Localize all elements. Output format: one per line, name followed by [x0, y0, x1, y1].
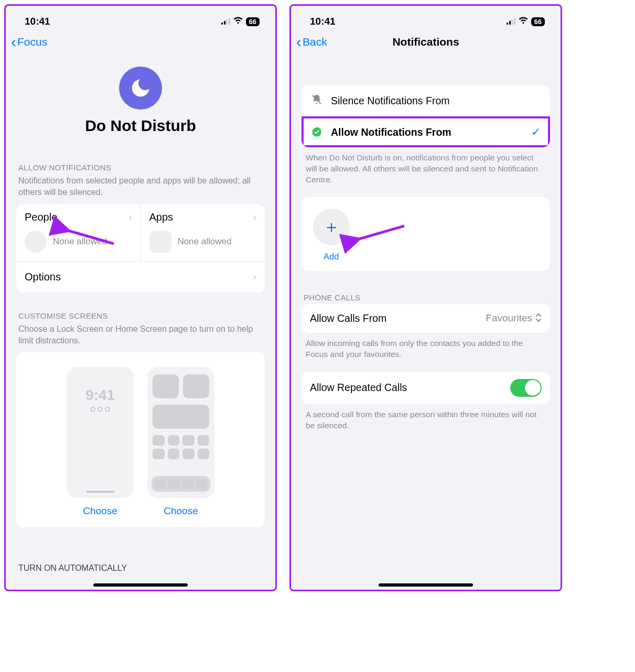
add-card: ＋ Add: [302, 197, 550, 271]
repeated-toggle[interactable]: [510, 379, 542, 397]
apps-status: None allowed: [178, 236, 232, 247]
allow-calls-row[interactable]: Allow Calls From Favourites: [302, 304, 550, 333]
back-button[interactable]: Focus: [17, 36, 47, 48]
back-chevron-icon[interactable]: ‹: [296, 34, 302, 50]
choose-lock-screen-button[interactable]: Choose: [83, 505, 117, 517]
battery-icon: 66: [531, 17, 545, 26]
mock-dots-icon: [72, 405, 128, 414]
status-time: 10:41: [310, 16, 336, 27]
chevron-right-icon: ›: [253, 212, 256, 223]
customise-header: CUSTOMISE SCREENS: [16, 299, 265, 322]
status-indicators: 66: [507, 17, 545, 26]
mode-card: Silence Notifications From Allow Notific…: [302, 85, 550, 147]
apps-cell[interactable]: Apps › None allowed: [141, 204, 265, 261]
allow-calls-card: Allow Calls From Favourites: [302, 304, 550, 333]
customise-desc: Choose a Lock Screen or Home Screen page…: [16, 322, 265, 352]
cellular-icon: [221, 18, 230, 25]
hero: Do Not Disturb: [6, 57, 275, 150]
back-chevron-icon[interactable]: ‹: [11, 34, 16, 50]
mock-time: 9:41: [72, 387, 128, 404]
options-row[interactable]: Options ›: [16, 262, 265, 292]
back-button[interactable]: Back: [303, 36, 327, 48]
allow-calls-value: Favourites: [486, 312, 532, 324]
checkmark-icon: ✓: [531, 125, 541, 139]
wifi-icon: [233, 17, 243, 26]
repeated-desc: A second call from the same person withi…: [302, 404, 550, 431]
home-indicator[interactable]: [379, 583, 473, 587]
silence-label: Silence Notifications From: [331, 95, 450, 107]
apps-label: Apps: [149, 211, 174, 223]
repeated-calls-card: Allow Repeated Calls: [302, 372, 550, 404]
repeated-calls-row: Allow Repeated Calls: [302, 372, 550, 404]
home-screen-column: Choose: [147, 367, 214, 517]
phone-right: 10:41 66 ‹ Back Notifications Silence No…: [289, 4, 562, 591]
chevron-right-icon: ›: [129, 212, 132, 223]
add-label[interactable]: Add: [324, 252, 539, 262]
screens-card: 9:41 Choose Choose: [16, 352, 265, 527]
battery-icon: 66: [246, 17, 260, 26]
moon-icon: [119, 67, 162, 110]
status-bar: 10:41 66: [291, 6, 561, 32]
phone-calls-header: PHONE CALLS: [302, 280, 550, 304]
people-cell[interactable]: People › None allowed: [16, 204, 141, 261]
home-indicator[interactable]: [93, 583, 188, 587]
people-status: None allowed: [53, 236, 107, 247]
allow-calls-label: Allow Calls From: [310, 312, 386, 324]
status-indicators: 66: [221, 17, 260, 26]
lock-screen-column: 9:41 Choose: [67, 367, 134, 517]
choose-home-screen-button[interactable]: Choose: [164, 505, 198, 517]
nav-bar: ‹ Focus: [6, 32, 275, 57]
chevron-up-down-icon: [535, 313, 542, 324]
calls-desc: Allow incoming calls from only the conta…: [302, 333, 550, 360]
options-label: Options: [25, 271, 61, 283]
status-bar: 10:41 66: [6, 6, 275, 32]
status-time: 10:41: [25, 16, 50, 27]
allow-notifications-header: ALLOW NOTIFICATIONS: [16, 150, 265, 174]
repeated-label: Allow Repeated Calls: [310, 382, 407, 394]
checkmark-seal-icon: [311, 126, 322, 138]
allow-card: People › None allowed Apps › N: [16, 204, 265, 292]
avatar-placeholder-icon: [25, 231, 47, 253]
add-button[interactable]: ＋: [313, 209, 350, 245]
allow-row[interactable]: Allow Notifications From ✓: [302, 116, 550, 147]
lock-screen-preview[interactable]: 9:41: [67, 367, 134, 498]
selection-desc: When Do Not Disturb is on, notifications…: [302, 147, 550, 186]
cellular-icon: [507, 18, 515, 25]
page-title: Notifications: [291, 36, 561, 48]
phone-left: 10:41 66 ‹ Focus Do Not Disturb ALLOW NO…: [4, 4, 277, 591]
plus-icon: ＋: [322, 215, 340, 239]
auto-header: TURN ON AUTOMATICALLY: [18, 563, 127, 573]
bell-slash-icon: [311, 94, 322, 108]
app-placeholder-icon: [149, 231, 171, 253]
allow-notifications-desc: Notifications from selected people and a…: [16, 174, 265, 204]
nav-bar: ‹ Back Notifications: [291, 32, 561, 57]
silence-row[interactable]: Silence Notifications From: [302, 85, 550, 116]
allow-label: Allow Notifications From: [331, 126, 451, 138]
people-label: People: [25, 211, 57, 223]
page-title: Do Not Disturb: [6, 117, 275, 135]
chevron-right-icon: ›: [253, 272, 256, 283]
home-screen-preview[interactable]: [147, 367, 214, 498]
wifi-icon: [519, 17, 528, 26]
